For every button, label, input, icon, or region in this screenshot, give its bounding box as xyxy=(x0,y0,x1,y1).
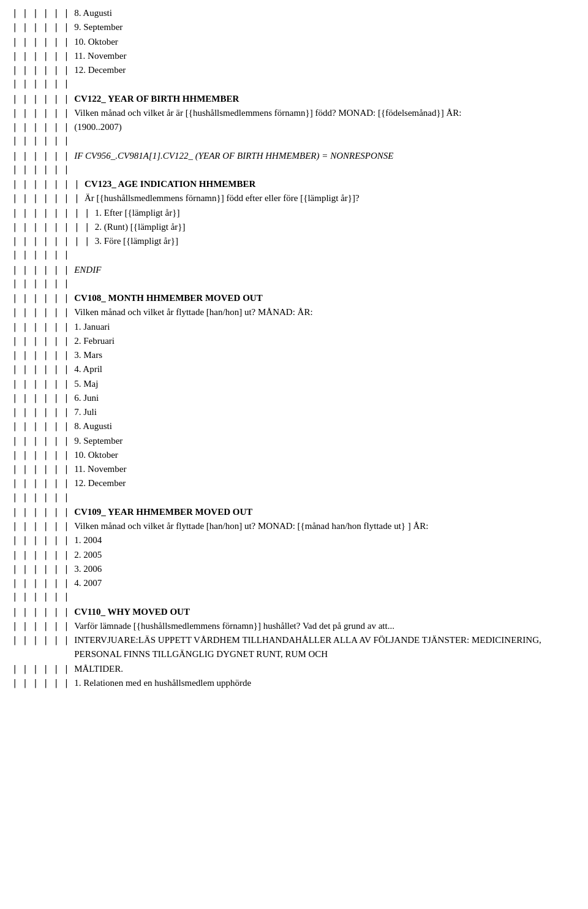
line-pipes: | | | | | | xyxy=(12,107,74,120)
line-item: | | | | | | xyxy=(12,77,576,91)
line-item: | | | | | | 9. September xyxy=(12,20,576,34)
line-item: | | | | | | | | 2. (Runt) [{lämpligt år}… xyxy=(12,220,576,234)
line-text: 6. Juni xyxy=(74,391,99,405)
line-item: | | | | | | ENDIF xyxy=(12,263,576,277)
line-text: 12. December xyxy=(74,476,126,490)
line-text: ENDIF xyxy=(74,263,101,277)
line-text: 8. Augusti xyxy=(74,6,112,20)
line-text: 4. April xyxy=(74,362,102,376)
line-pipes: | | | | | | xyxy=(12,477,74,490)
line-item: | | | | | | 3. 2006 xyxy=(12,562,576,576)
line-text: 1. 2004 xyxy=(74,533,102,547)
line-item: | | | | | | | Är [{hushållsmedlemmens fö… xyxy=(12,191,576,205)
line-item: | | | | | | xyxy=(12,491,576,505)
line-text: 2. (Runt) [{lämpligt år}] xyxy=(95,220,186,234)
line-item: | | | | | | 12. December xyxy=(12,63,576,77)
line-text: 4. 2007 xyxy=(74,576,102,590)
line-pipes: | | | | | | xyxy=(12,406,74,419)
line-item: | | | | | | 1. Relationen med en hushåll… xyxy=(12,676,576,690)
line-pipes: | | | | | | xyxy=(12,534,74,547)
line-item: | | | | | | 2. Februari xyxy=(12,334,576,348)
line-text: (1900..2007) xyxy=(74,120,122,134)
line-item: | | | | | | | | 1. Efter [{lämpligt år}] xyxy=(12,206,576,220)
line-text: Varför lämnade [{hushållsmedlemmens förn… xyxy=(74,619,394,633)
line-item: | | | | | | 8. Augusti xyxy=(12,6,576,20)
line-pipes: | | | | | | xyxy=(12,392,74,405)
line-item: | | | | | | CV108_ MONTH HHMEMBER MOVED … xyxy=(12,291,576,305)
line-pipes: | | | | | | xyxy=(12,36,74,49)
line-item: | | | | | | INTERVJUARE:LÄS UPPETT VÅRDH… xyxy=(12,633,576,662)
line-text: MÅLTIDER. xyxy=(74,662,123,676)
line-text: 8. Augusti xyxy=(74,419,112,433)
line-text: Vilken månad och vilket år flyttade [han… xyxy=(74,305,312,319)
line-text: 7. Juli xyxy=(74,405,97,419)
line-text: Är [{hushållsmedlemmens förnamn}] född e… xyxy=(85,191,360,205)
line-item: | | | | | | 4. April xyxy=(12,362,576,376)
line-item: | | | | | | 11. November xyxy=(12,49,576,63)
line-pipes: | | | | | | xyxy=(12,435,74,448)
line-pipes: | | | | | | xyxy=(12,677,74,690)
line-pipes: | | | | | | xyxy=(12,335,74,348)
line-text: 10. Oktober xyxy=(74,35,118,49)
line-item: | | | | | | 6. Juni xyxy=(12,391,576,405)
line-text: 3. 2006 xyxy=(74,562,102,576)
line-pipes: | | | | | | xyxy=(12,634,74,647)
line-pipes: | | | | | | xyxy=(12,64,74,77)
line-item: | | | | | | (1900..2007) xyxy=(12,120,576,134)
line-pipes: | | | | | | xyxy=(12,449,74,462)
line-text: CV122_ YEAR OF BIRTH HHMEMBER xyxy=(74,92,239,106)
line-text: 5. Maj xyxy=(74,377,98,391)
line-pipes: | | | | | | xyxy=(12,606,74,619)
line-item: | | | | | | 8. Augusti xyxy=(12,419,576,433)
line-item: | | | | | | 11. November xyxy=(12,462,576,476)
line-pipes: | | | | | | xyxy=(12,277,74,291)
line-item: | | | | | | xyxy=(12,163,576,177)
line-text: 9. September xyxy=(74,20,123,34)
line-item: | | | | | | Vilken månad och vilket år ä… xyxy=(12,106,576,120)
line-item: | | | | | | 10. Oktober xyxy=(12,35,576,49)
line-pipes: | | | | | | xyxy=(12,264,74,277)
line-pipes: | | | | | | xyxy=(12,93,74,106)
line-pipes: | | | | | | xyxy=(12,577,74,590)
line-pipes: | | | | | | xyxy=(12,491,74,504)
line-item: | | | | | | CV122_ YEAR OF BIRTH HHMEMBE… xyxy=(12,92,576,106)
line-item: | | | | | | Vilken månad och vilket år f… xyxy=(12,519,576,533)
line-pipes: | | | | | | xyxy=(12,663,74,676)
line-item: | | | | | | CV110_ WHY MOVED OUT xyxy=(12,605,576,619)
line-text: 1. Januari xyxy=(74,320,110,334)
line-text: 3. Mars xyxy=(74,348,102,362)
line-pipes: | | | | | | xyxy=(12,7,74,20)
line-pipes: | | | | | | xyxy=(12,420,74,433)
line-text: 11. November xyxy=(74,49,126,63)
line-pipes: | | | | | | | xyxy=(12,178,85,191)
line-item: | | | | | | | | 3. Före [{lämpligt år}] xyxy=(12,234,576,248)
line-pipes: | | | | | | xyxy=(12,620,74,633)
line-pipes: | | | | | | xyxy=(12,163,74,177)
line-text: 1. Relationen med en hushållsmedlem upph… xyxy=(74,676,251,690)
line-item: | | | | | | 4. 2007 xyxy=(12,576,576,590)
line-item: | | | | | | 10. Oktober xyxy=(12,448,576,462)
line-item: | | | | | | IF CV956_.CV981A[1].CV122_ (… xyxy=(12,149,576,163)
line-pipes: | | | | | | xyxy=(12,463,74,476)
line-pipes: | | | | | | xyxy=(12,292,74,305)
line-item: | | | | | | xyxy=(12,248,576,262)
line-pipes: | | | | | | xyxy=(12,50,74,63)
line-pipes: | | | | | | | | xyxy=(12,207,95,220)
line-pipes: | | | | | | xyxy=(12,77,74,91)
line-item: | | | | | | 5. Maj xyxy=(12,377,576,391)
main-content: | | | | | | 8. Augusti| | | | | | 9. Sep… xyxy=(12,6,576,690)
line-text: 2. 2005 xyxy=(74,548,102,562)
line-item: | | | | | | Varför lämnade [{hushållsmed… xyxy=(12,619,576,633)
line-text: 9. September xyxy=(74,434,123,448)
line-pipes: | | | | | | xyxy=(12,150,74,163)
line-text: 12. December xyxy=(74,63,126,77)
line-text: CV109_ YEAR HHMEMBER MOVED OUT xyxy=(74,505,252,519)
line-pipes: | | | | | | | | xyxy=(12,235,95,248)
line-pipes: | | | | | | xyxy=(12,121,74,134)
line-item: | | | | | | xyxy=(12,134,576,148)
line-pipes: | | | | | | xyxy=(12,21,74,34)
line-text: 3. Före [{lämpligt år}] xyxy=(95,234,178,248)
line-pipes: | | | | | | xyxy=(12,134,74,148)
line-item: | | | | | | 12. December xyxy=(12,476,576,490)
line-pipes: | | | | | | xyxy=(12,549,74,562)
